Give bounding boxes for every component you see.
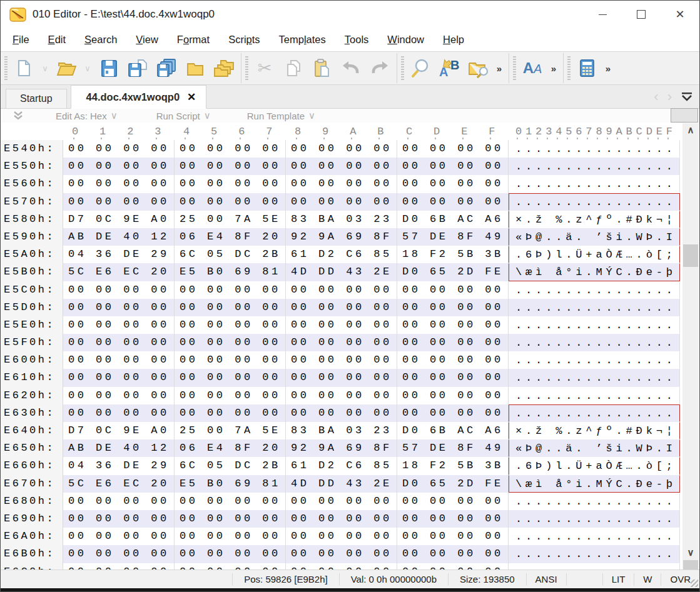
ascii-cell[interactable]: ................ — [509, 281, 680, 299]
toolbar-grip[interactable] — [567, 56, 571, 80]
hex-bytes-group[interactable]: 00 00 00 00 — [175, 351, 286, 369]
toolbar-grip[interactable] — [401, 56, 404, 80]
menu-edit[interactable]: Edit — [39, 34, 75, 46]
scroll-down-icon[interactable]: ∨ — [682, 547, 699, 558]
edit-as-dropdown[interactable]: Edit As: Hex∨ — [56, 110, 118, 121]
hex-bytes-group[interactable]: E5 B0 69 81 — [175, 263, 286, 281]
hex-bytes-group[interactable]: 00 00 00 00 — [63, 175, 175, 193]
hex-bytes-group[interactable]: 00 00 00 00 — [63, 563, 175, 570]
hex-bytes-group[interactable]: 25 00 7A 5E — [175, 422, 286, 439]
hex-bytes-group[interactable]: 00 00 00 00 — [63, 528, 175, 545]
ascii-cell[interactable]: ................ — [509, 369, 680, 386]
hex-bytes-group[interactable]: 04 36 DE 29 — [63, 246, 175, 263]
hex-bytes-group[interactable]: 00 00 00 00 — [286, 528, 397, 545]
ascii-cell[interactable]: ................ — [509, 545, 680, 563]
ascii-cell[interactable]: .6Þ)l.Ü+aÒÆ….ò[; — [509, 457, 680, 474]
ascii-cell[interactable]: ................ — [509, 299, 680, 316]
hex-bytes-group[interactable]: 6C 05 DC 2B — [175, 457, 286, 474]
hex-bytes-group[interactable]: 92 9A 69 8F — [286, 228, 397, 246]
status-word-toggle[interactable]: W — [634, 573, 661, 586]
copy-button[interactable] — [279, 54, 308, 82]
tab-list-dropdown-icon[interactable] — [681, 92, 693, 102]
hex-bytes-group[interactable]: 00 00 00 00 — [175, 158, 286, 175]
hex-bytes-group[interactable]: 25 00 7A 5E — [175, 211, 286, 228]
paste-button[interactable] — [308, 54, 337, 82]
tab-startup[interactable]: Startup — [6, 89, 67, 108]
hex-bytes-group[interactable]: 00 00 00 00 — [175, 493, 286, 510]
ascii-cell[interactable]: ×.ž %.z^ƒº.#Ðk¬¦ — [509, 211, 680, 228]
minimize-button[interactable] — [583, 1, 622, 28]
hex-bytes-group[interactable]: 04 36 DE 29 — [63, 457, 175, 474]
hex-bytes-group[interactable]: 00 00 00 00 — [286, 510, 397, 528]
hex-bytes-group[interactable]: 00 00 00 00 — [397, 281, 509, 299]
hex-bytes-group[interactable]: 00 00 00 00 — [63, 158, 175, 175]
ascii-cell[interactable]: ×.ž %.z^ƒº.#Ðk¬¦ — [509, 422, 680, 439]
ascii-cell[interactable]: ................ — [509, 404, 680, 422]
hex-bytes-group[interactable]: 00 00 00 00 — [286, 175, 397, 193]
hex-bytes-group[interactable]: 06 E4 8F 20 — [175, 439, 286, 457]
hex-grid[interactable]: E540h: 00 00 00 00 00 00 00 00 00 00 00 … — [1, 140, 699, 569]
scrollbar-top-button[interactable] — [671, 108, 698, 123]
hex-bytes-group[interactable]: 83 BA 03 23 — [286, 422, 397, 439]
ascii-cell[interactable]: ................ — [509, 510, 680, 528]
hex-bytes-group[interactable]: 00 00 00 00 — [286, 351, 397, 369]
hex-bytes-group[interactable]: 00 00 00 00 — [397, 528, 509, 545]
hex-bytes-group[interactable]: 00 00 00 00 — [175, 528, 286, 545]
hex-bytes-group[interactable]: 00 00 00 00 — [63, 193, 175, 211]
hex-bytes-group[interactable]: 92 9A 69 8F — [286, 439, 397, 457]
hex-bytes-group[interactable]: 00 00 00 00 — [63, 493, 175, 510]
run-template-dropdown[interactable]: Run Template∨ — [247, 110, 315, 121]
ascii-cell[interactable]: ................ — [509, 316, 680, 334]
hex-bytes-group[interactable]: 18 F2 5B 3B — [397, 457, 509, 474]
ascii-cell[interactable]: ................ — [509, 387, 680, 404]
hex-bytes-group[interactable]: 00 00 00 00 — [397, 404, 509, 422]
hex-bytes-group[interactable]: 5C E6 EC 20 — [63, 475, 175, 493]
hex-bytes-group[interactable]: 00 00 00 00 — [397, 369, 509, 386]
save-all-button[interactable] — [152, 54, 181, 82]
hex-bytes-group[interactable]: 00 00 00 00 — [286, 563, 397, 570]
tab-scroll-left-icon[interactable]: ‹ — [654, 90, 658, 104]
menu-help[interactable]: Help — [434, 34, 474, 46]
menu-format[interactable]: Format — [168, 34, 219, 46]
hex-bytes-group[interactable]: 00 00 00 00 — [286, 316, 397, 334]
hex-bytes-group[interactable]: 61 D2 C6 85 — [286, 246, 397, 263]
replace-button[interactable]: A B — [435, 54, 464, 82]
close-button[interactable]: ✕ — [661, 1, 699, 28]
hex-bytes-group[interactable]: 00 00 00 00 — [63, 369, 175, 386]
resize-grip[interactable] — [691, 579, 698, 587]
cut-button[interactable]: ✂ — [250, 54, 279, 82]
hex-bytes-group[interactable]: 00 00 00 00 — [175, 334, 286, 351]
tools-overflow-button[interactable]: » — [601, 54, 615, 82]
hex-bytes-group[interactable]: 00 00 00 00 — [175, 545, 286, 563]
hex-bytes-group[interactable]: 00 00 00 00 — [63, 510, 175, 528]
hex-bytes-group[interactable]: 00 00 00 00 — [286, 545, 397, 563]
hex-bytes-group[interactable]: 00 00 00 00 — [286, 281, 397, 299]
hex-bytes-group[interactable]: 00 00 00 00 — [286, 299, 397, 316]
menu-search[interactable]: Search — [75, 34, 126, 46]
hex-bytes-group[interactable]: 00 00 00 00 — [286, 369, 397, 386]
find-button[interactable] — [406, 54, 435, 82]
ascii-cell[interactable]: ................ — [509, 493, 680, 510]
undo-button[interactable] — [337, 54, 365, 82]
maximize-button[interactable] — [622, 1, 661, 28]
hex-bytes-group[interactable]: 57 DE 8F 49 — [397, 439, 509, 457]
calculator-button[interactable] — [572, 54, 601, 82]
ascii-cell[interactable]: «Þ@..ä. ’ši.WÞ.I — [509, 439, 680, 457]
open-folders-button[interactable] — [210, 54, 238, 82]
hex-bytes-group[interactable]: 83 BA 03 23 — [286, 211, 397, 228]
hex-bytes-group[interactable]: D7 0C 9E A0 — [63, 211, 175, 228]
collapse-toolbar-icon[interactable] — [13, 111, 23, 120]
hex-bytes-group[interactable]: 57 DE 8F 49 — [397, 228, 509, 246]
toolbar-grip[interactable] — [513, 56, 516, 80]
hex-bytes-group[interactable]: D0 6B AC A6 — [397, 211, 509, 228]
hex-bytes-group[interactable]: 00 00 00 00 — [397, 510, 509, 528]
hex-bytes-group[interactable]: 00 00 00 00 — [286, 193, 397, 211]
hex-bytes-group[interactable]: 00 00 00 00 — [175, 316, 286, 334]
hex-bytes-group[interactable]: 4D DD 43 2E — [286, 475, 397, 493]
hex-bytes-group[interactable]: 00 00 00 00 — [63, 387, 175, 404]
scroll-up-icon[interactable]: ∧ — [682, 124, 699, 136]
hex-bytes-group[interactable]: 00 00 00 00 — [175, 281, 286, 299]
font-button[interactable]: AA — [518, 54, 547, 82]
open-file-dropdown[interactable]: ∨ — [81, 54, 94, 82]
menu-window[interactable]: Window — [378, 34, 434, 46]
